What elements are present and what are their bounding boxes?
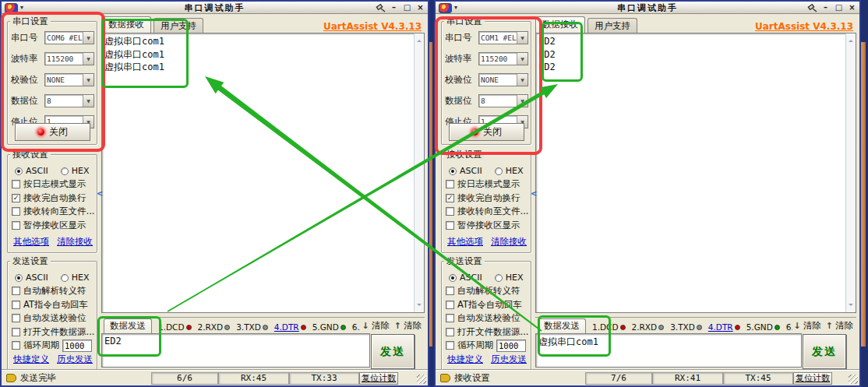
radio-hex[interactable]: HEX (61, 273, 90, 283)
clear-label: 清除 (372, 320, 390, 332)
option-checkbox[interactable]: 自动解析转义符 (446, 284, 529, 298)
radio-hex[interactable]: HEX (495, 273, 524, 283)
action-link[interactable]: 其他选项 (13, 236, 49, 248)
option-checkbox[interactable]: ✓接收完自动换行 (446, 192, 529, 206)
scroll-up-icon[interactable] (417, 37, 422, 42)
titlebar[interactable]: ▾ 串口调试助手 – □ × (436, 2, 859, 14)
dtr-toggle-link[interactable]: 4.DTR (708, 322, 733, 332)
receive-scrollbar[interactable] (845, 33, 856, 312)
option-checkbox[interactable]: 自动发送校验位 (12, 311, 95, 325)
option-checkbox[interactable]: 打开文件数据源... (446, 325, 529, 340)
action-link[interactable]: 历史发送 (491, 354, 527, 365)
radio-icon (495, 274, 503, 282)
resize-grip[interactable] (849, 375, 858, 384)
radio-ascii[interactable]: ASCII (449, 166, 482, 176)
close-window-button[interactable]: × (415, 3, 425, 12)
resize-grip[interactable] (417, 375, 426, 384)
radio-icon (495, 167, 503, 175)
clear-send-button[interactable]: ↓ 清除 (362, 320, 390, 332)
receive-area[interactable]: ED2ED2ED2 (535, 33, 856, 313)
option-checkbox[interactable]: 暂停接收区显示 (446, 219, 529, 233)
clear-receive-button[interactable]: ↑ 清除 (826, 320, 853, 332)
radio-hex[interactable]: HEX (61, 166, 90, 176)
radio-label: ASCII (26, 166, 48, 176)
radio-ascii[interactable]: ASCII (449, 273, 482, 283)
checkbox-label: 按日志模式显示 (457, 178, 520, 190)
action-link[interactable]: 清除接收 (491, 236, 527, 248)
option-checkbox[interactable]: 自动发送校验位 (446, 311, 529, 325)
tab-user-support[interactable]: 用户支持 (587, 18, 637, 33)
radio-ascii[interactable]: ASCII (15, 273, 48, 283)
radio-hex[interactable]: HEX (495, 166, 524, 176)
radio-label: HEX (72, 273, 90, 283)
scroll-down-icon[interactable] (417, 304, 422, 308)
clear-send-button[interactable]: ↓ 清除 (794, 320, 821, 332)
signal-led-icon (340, 325, 346, 330)
uartassist-version-link[interactable]: UartAssist V4.3.13 (323, 21, 422, 32)
option-checkbox[interactable]: AT指令自动回车 (446, 298, 529, 312)
minimize-button[interactable]: – (389, 3, 399, 12)
scroll-down-icon[interactable] (849, 304, 853, 308)
clear-receive-button[interactable]: ↑ 清除 (394, 320, 422, 332)
clear-down-arrow-icon: ↓ (362, 321, 369, 331)
cycle-period-checkbox[interactable]: 循环周期 ms (12, 339, 95, 353)
maximize-button[interactable]: □ (402, 3, 412, 12)
cycle-period-input[interactable] (62, 340, 92, 352)
cycle-period-checkbox[interactable]: 循环周期 ms (446, 339, 529, 353)
status-tx-counter: TX:45 (723, 372, 793, 385)
option-checkbox[interactable]: 按日志模式显示 (446, 178, 529, 192)
pin-icon[interactable] (375, 3, 386, 12)
option-checkbox[interactable]: 暂停接收区显示 (12, 219, 95, 233)
cycle-period-label: 循环周期 (457, 340, 493, 351)
annotation-box-right-send (538, 315, 611, 357)
signal-label: 5.GND (746, 322, 773, 332)
reset-count-button[interactable]: 复位计数 (359, 372, 398, 385)
checkbox-icon (446, 328, 454, 336)
radio-icon (15, 274, 23, 282)
action-link[interactable]: 清除接收 (57, 236, 93, 248)
collapse-splitter-icon[interactable]: < (531, 189, 537, 198)
minimize-button[interactable]: – (820, 3, 831, 12)
collapse-splitter-icon[interactable]: < (97, 189, 103, 198)
clear-label: 清除 (803, 320, 821, 332)
checkbox-label: 打开文件数据源... (457, 326, 528, 338)
status-packet-counter: 7/6 (585, 372, 652, 385)
send-settings-group: 发送设置 ASCIIHEX 自动解析转义符AT指令自动回车自动发送校验位打开文件… (441, 261, 531, 371)
annotation-box-left-send (97, 316, 161, 357)
radio-ascii[interactable]: ASCII (15, 166, 48, 176)
action-link[interactable]: 快捷定义 (447, 354, 483, 365)
checkbox-label: 接收转向至文件... (23, 206, 94, 217)
checkbox-label: 打开文件数据源... (23, 326, 94, 338)
option-checkbox[interactable]: 接收转向至文件... (12, 205, 95, 219)
radio-icon (449, 274, 457, 282)
option-checkbox[interactable]: 接收转向至文件... (446, 205, 529, 219)
receive-settings-group: 接收设置 ASCIIHEX 按日志模式显示✓接收完自动换行接收转向至文件...暂… (7, 154, 97, 253)
option-checkbox[interactable]: AT指令自动回车 (12, 298, 95, 312)
signal-indicator: 1.DCD (158, 322, 192, 332)
scroll-up-icon[interactable] (849, 37, 853, 42)
annotation-box-right-received (542, 22, 583, 82)
status-tx-counter: TX:33 (289, 372, 359, 385)
close-window-button[interactable]: × (847, 3, 857, 12)
receive-scrollbar[interactable] (414, 33, 424, 312)
radio-icon (15, 167, 23, 175)
action-link[interactable]: 其他选项 (447, 236, 483, 248)
option-checkbox[interactable]: 自动解析转义符 (12, 284, 95, 298)
option-checkbox[interactable]: 按日志模式显示 (12, 178, 95, 192)
send-button[interactable]: 发送 (803, 334, 846, 369)
checkbox-icon (12, 328, 20, 336)
checkbox-icon (446, 287, 454, 295)
option-checkbox[interactable]: 打开文件数据源... (12, 325, 95, 340)
checkbox-icon (446, 221, 454, 230)
dtr-toggle-link[interactable]: 4.DTR (274, 322, 299, 332)
option-checkbox[interactable]: ✓接收完自动换行 (12, 192, 95, 206)
action-link[interactable]: 历史发送 (57, 354, 93, 365)
action-link[interactable]: 快捷定义 (13, 354, 49, 365)
radio-label: ASCII (460, 273, 482, 283)
pin-icon[interactable] (806, 3, 817, 12)
cycle-period-input[interactable] (496, 340, 526, 352)
uartassist-version-link[interactable]: UartAssist V4.3.13 (755, 21, 853, 32)
reset-count-button[interactable]: 复位计数 (793, 372, 832, 385)
maximize-button[interactable]: □ (834, 3, 844, 12)
send-button[interactable]: 发送 (371, 334, 415, 369)
